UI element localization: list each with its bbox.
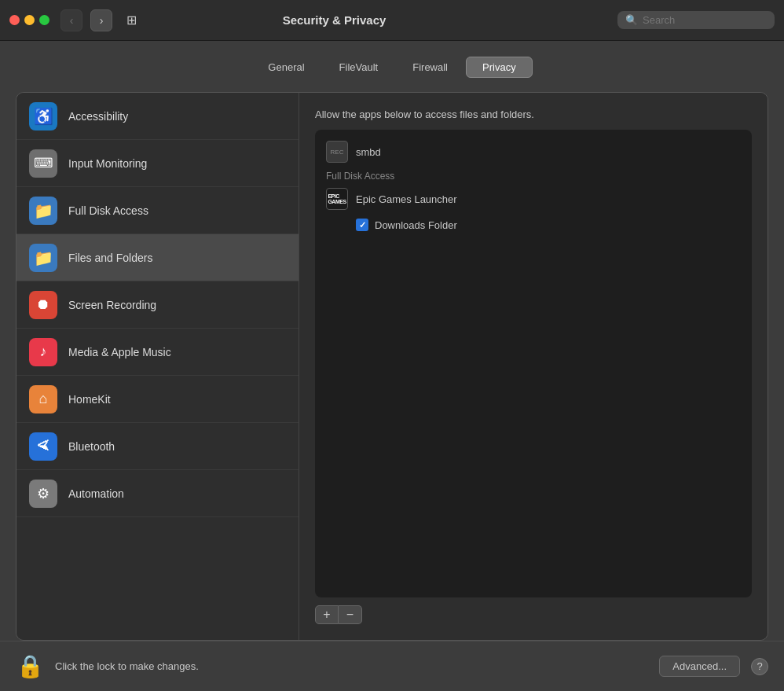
full-disk-access-section-header: Full Disk Access (315, 167, 752, 183)
sidebar-item-screen-recording[interactable]: ⏺ Screen Recording (16, 281, 299, 329)
smbd-icon: REC (326, 141, 348, 163)
sidebar-label-files-and-folders: Files and Folders (68, 252, 152, 264)
sidebar-item-input-monitoring[interactable]: ⌨ Input Monitoring (16, 140, 299, 187)
bluetooth-icon: ⮘ (29, 432, 57, 461)
sidebar-item-full-disk-access[interactable]: 📁 Full Disk Access (16, 187, 299, 234)
add-button[interactable]: + (315, 605, 339, 624)
full-disk-access-icon: 📁 (29, 197, 57, 225)
footer-text: Click the lock to make changes. (55, 660, 648, 672)
sidebar-label-homekit: HomeKit (68, 393, 111, 406)
checkmark-icon: ✓ (359, 220, 366, 230)
files-and-folders-icon: 📁 (29, 244, 57, 272)
tab-general[interactable]: General (251, 57, 321, 78)
list-controls: + − (315, 605, 752, 624)
sidebar-label-bluetooth: Bluetooth (68, 440, 115, 453)
content-panel: ♿ Accessibility ⌨ Input Monitoring 📁 Ful… (16, 92, 768, 641)
minus-icon: − (346, 608, 354, 622)
epic-games-icon: EPICGAMES (326, 188, 348, 210)
app-item-smbd[interactable]: REC smbd (315, 136, 752, 167)
accessibility-icon: ♿ (29, 102, 57, 130)
chevron-left-icon: ‹ (70, 14, 74, 27)
epic-games-name: Epic Games Launcher (356, 193, 457, 205)
maximize-button[interactable] (39, 15, 49, 25)
automation-icon: ⚙ (29, 480, 57, 508)
main-content: General FileVault Firewall Privacy ♿ Acc… (0, 41, 784, 641)
sidebar-label-full-disk-access: Full Disk Access (68, 204, 148, 217)
tab-firewall[interactable]: Firewall (396, 57, 464, 78)
media-apple-music-icon: ♪ (29, 338, 57, 366)
search-icon: 🔍 (625, 14, 638, 26)
homekit-icon: ⌂ (29, 385, 57, 413)
sidebar-label-input-monitoring: Input Monitoring (68, 157, 147, 170)
sidebar-item-homekit[interactable]: ⌂ HomeKit (16, 376, 299, 423)
sidebar-item-files-and-folders[interactable]: 📁 Files and Folders (16, 234, 299, 281)
window-title: Security & Privacy (59, 13, 610, 27)
help-button[interactable]: ? (751, 658, 768, 675)
tab-filevault[interactable]: FileVault (323, 57, 395, 78)
downloads-folder-checkbox[interactable]: ✓ (356, 219, 368, 231)
screen-recording-icon: ⏺ (29, 291, 57, 319)
plus-icon: + (323, 608, 330, 622)
minimize-button[interactable] (24, 15, 35, 25)
close-button[interactable] (9, 15, 20, 25)
downloads-folder-label: Downloads Folder (375, 219, 457, 231)
sidebar: ♿ Accessibility ⌨ Input Monitoring 📁 Ful… (16, 93, 299, 640)
sidebar-item-media-apple-music[interactable]: ♪ Media & Apple Music (16, 329, 299, 376)
remove-button[interactable]: − (339, 605, 362, 624)
sidebar-label-screen-recording: Screen Recording (68, 299, 156, 311)
apps-list: REC smbd Full Disk Access EPICGAMES Epic… (315, 130, 752, 597)
traffic-lights (9, 15, 49, 25)
footer: 🔒 Click the lock to make changes. Advanc… (0, 641, 784, 691)
search-input[interactable] (643, 14, 767, 26)
sub-item-downloads-folder[interactable]: ✓ Downloads Folder (315, 215, 752, 235)
app-item-epic-games[interactable]: EPICGAMES Epic Games Launcher (315, 183, 752, 215)
tab-privacy[interactable]: Privacy (466, 57, 533, 78)
input-monitoring-icon: ⌨ (29, 149, 57, 178)
sidebar-item-automation[interactable]: ⚙ Automation (16, 470, 299, 517)
tabs: General FileVault Firewall Privacy (16, 57, 768, 78)
right-panel: Allow the apps below to access files and… (299, 93, 768, 640)
smbd-name: smbd (356, 146, 381, 158)
sidebar-item-accessibility[interactable]: ♿ Accessibility (16, 93, 299, 140)
back-button[interactable]: ‹ (60, 9, 82, 31)
sidebar-label-accessibility: Accessibility (68, 110, 128, 123)
lock-icon[interactable]: 🔒 (16, 652, 44, 681)
sidebar-item-bluetooth[interactable]: ⮘ Bluetooth (16, 423, 299, 470)
right-panel-description: Allow the apps below to access files and… (315, 108, 752, 120)
advanced-button[interactable]: Advanced... (659, 656, 740, 677)
search-bar: 🔍 (617, 11, 775, 29)
titlebar: ‹ › ⊞ Security & Privacy 🔍 (0, 0, 784, 41)
sidebar-label-automation: Automation (68, 487, 124, 500)
sidebar-label-media-apple-music: Media & Apple Music (68, 346, 171, 358)
